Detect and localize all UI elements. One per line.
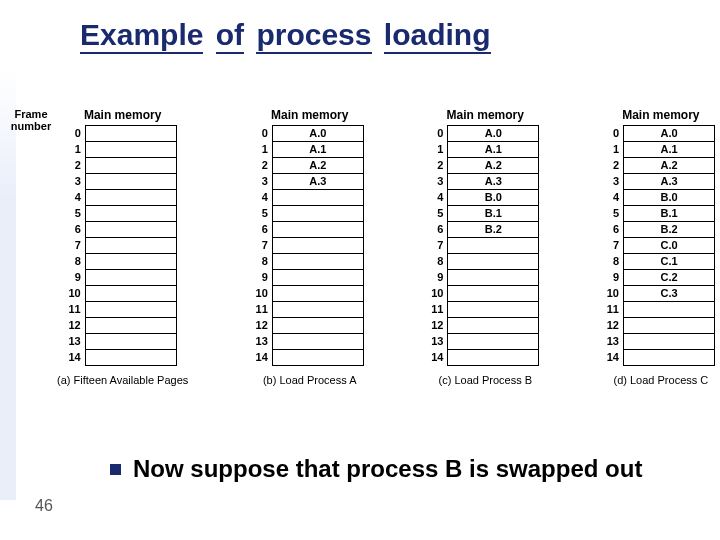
memory-table: 0A.01A.12A.23A.34B.05B.16B.27C.08C.19C.2…	[607, 125, 715, 366]
frame-index: 0	[69, 126, 86, 142]
frame-cell	[85, 174, 176, 190]
table-row: 13	[69, 334, 177, 350]
frame-index: 14	[431, 350, 448, 366]
frame-index: 13	[431, 334, 448, 350]
table-row: 11	[431, 302, 539, 318]
frame-index: 13	[69, 334, 86, 350]
frame-cell	[624, 318, 715, 334]
frame-index: 3	[256, 174, 273, 190]
table-row: 2A.2	[431, 158, 539, 174]
frame-cell	[85, 158, 176, 174]
frame-index: 4	[431, 190, 448, 206]
memory-table-3: Main memory0A.01A.12A.23A.34B.05B.16B.27…	[607, 108, 715, 386]
frame-cell	[272, 286, 363, 302]
table-row: 3A.3	[256, 174, 364, 190]
frame-cell: C.3	[624, 286, 715, 302]
memory-table-1: Main memory0A.01A.12A.23A.34567891011121…	[256, 108, 364, 386]
frame-index: 13	[256, 334, 273, 350]
frame-cell	[272, 206, 363, 222]
table-row: 2A.2	[607, 158, 715, 174]
frame-index: 10	[256, 286, 273, 302]
frame-index: 2	[607, 158, 624, 174]
table-row: 8	[431, 254, 539, 270]
frame-cell	[85, 238, 176, 254]
frame-index: 14	[256, 350, 273, 366]
frame-cell: B.1	[624, 206, 715, 222]
frame-cell: A.2	[448, 158, 539, 174]
frame-index: 2	[256, 158, 273, 174]
table-row: 12	[69, 318, 177, 334]
table-row: 3A.3	[431, 174, 539, 190]
table-row: 6	[256, 222, 364, 238]
table-row: 6B.2	[431, 222, 539, 238]
title-word: of	[216, 18, 244, 54]
frame-cell: B.2	[624, 222, 715, 238]
frame-cell	[85, 222, 176, 238]
memory-table-header: Main memory	[84, 108, 161, 122]
frame-index: 7	[607, 238, 624, 254]
frame-index: 10	[607, 286, 624, 302]
frame-index: 14	[607, 350, 624, 366]
frame-index: 6	[607, 222, 624, 238]
memory-table-header: Main memory	[271, 108, 348, 122]
frame-cell: A.0	[624, 126, 715, 142]
table-row: 10C.3	[607, 286, 715, 302]
frame-index: 3	[69, 174, 86, 190]
memory-table-caption: (d) Load Process C	[613, 374, 708, 386]
table-row: 9	[69, 270, 177, 286]
frame-cell	[85, 254, 176, 270]
table-row: 4B.0	[607, 190, 715, 206]
frame-index: 9	[431, 270, 448, 286]
bullet-area: Now suppose that process B is swapped ou…	[110, 454, 670, 484]
frame-cell: A.1	[448, 142, 539, 158]
frame-label-line: Frame	[5, 108, 57, 120]
frame-cell	[85, 318, 176, 334]
memory-table-header: Main memory	[447, 108, 524, 122]
table-row: 2	[69, 158, 177, 174]
memory-table-header: Main memory	[622, 108, 699, 122]
table-row: 9C.2	[607, 270, 715, 286]
frame-cell	[448, 334, 539, 350]
frame-cell: A.2	[624, 158, 715, 174]
frame-index: 11	[607, 302, 624, 318]
table-row: 1A.1	[256, 142, 364, 158]
table-row: 9	[431, 270, 539, 286]
table-row: 12	[607, 318, 715, 334]
frame-cell: A.1	[624, 142, 715, 158]
memory-table-caption: (c) Load Process B	[439, 374, 533, 386]
frame-cell	[85, 302, 176, 318]
frame-cell	[448, 254, 539, 270]
bullet-item: Now suppose that process B is swapped ou…	[110, 454, 670, 484]
frame-index: 2	[431, 158, 448, 174]
frame-index: 3	[431, 174, 448, 190]
table-row: 0	[69, 126, 177, 142]
frame-cell: A.1	[272, 142, 363, 158]
frame-index: 0	[256, 126, 273, 142]
frame-index: 7	[69, 238, 86, 254]
table-row: 11	[69, 302, 177, 318]
frame-cell	[85, 142, 176, 158]
table-row: 1A.1	[431, 142, 539, 158]
frame-index: 1	[256, 142, 273, 158]
frame-cell	[272, 350, 363, 366]
slide-title: Example of process loading	[80, 18, 495, 52]
table-row: 14	[69, 350, 177, 366]
table-row: 5B.1	[607, 206, 715, 222]
frame-index: 14	[69, 350, 86, 366]
table-row: 6B.2	[607, 222, 715, 238]
frame-cell	[272, 190, 363, 206]
frame-cell	[272, 254, 363, 270]
frame-cell	[448, 238, 539, 254]
frame-cell: B.0	[448, 190, 539, 206]
frame-index: 7	[431, 238, 448, 254]
table-row: 0A.0	[256, 126, 364, 142]
frame-cell: A.0	[272, 126, 363, 142]
frame-cell: B.2	[448, 222, 539, 238]
frame-cell	[85, 206, 176, 222]
table-row: 10	[431, 286, 539, 302]
frame-cell	[448, 318, 539, 334]
table-row: 7	[256, 238, 364, 254]
memory-table-0: Main memory01234567891011121314(a) Fifte…	[57, 108, 188, 386]
frame-cell: B.1	[448, 206, 539, 222]
frame-cell	[85, 270, 176, 286]
